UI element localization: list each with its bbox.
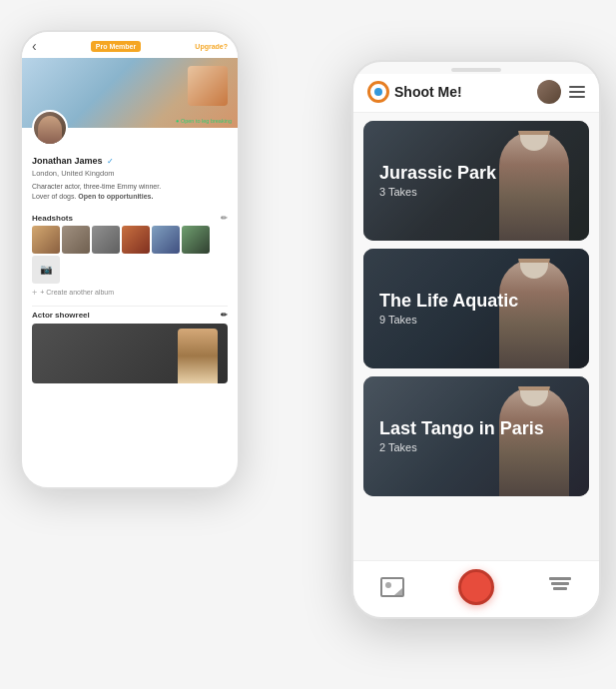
avatar[interactable] bbox=[32, 110, 68, 146]
pro-member-badge: Pro Member bbox=[91, 41, 141, 52]
layers-nav-item[interactable] bbox=[548, 577, 572, 597]
profile-name: Jonathan James bbox=[32, 156, 103, 166]
movie-title: The Life Aquatic bbox=[379, 292, 573, 312]
headshot-thumb[interactable] bbox=[92, 226, 120, 254]
left-phone: ‹ Pro Member Upgrade? ● Open to leg brea… bbox=[20, 30, 240, 489]
headshot-thumb[interactable] bbox=[62, 226, 90, 254]
showreel-thumbnail[interactable] bbox=[32, 324, 228, 383]
right-phone: Shoot Me! bbox=[351, 60, 601, 619]
headshot-thumb[interactable] bbox=[122, 226, 150, 254]
create-album-button[interactable]: + + Create another album bbox=[22, 284, 238, 302]
logo-dot bbox=[374, 88, 382, 96]
record-icon bbox=[458, 569, 494, 605]
headshot-thumb[interactable] bbox=[182, 226, 210, 254]
gallery-icon bbox=[380, 577, 404, 597]
layers-icon bbox=[548, 577, 572, 597]
movie-title: Jurassic Park bbox=[379, 164, 573, 184]
right-header: Shoot Me! bbox=[353, 74, 599, 113]
headshots-grid: 📷 bbox=[22, 226, 238, 284]
showreel-section: Actor showreel ✏ bbox=[22, 311, 238, 383]
headshots-header: Headshots ✏ bbox=[22, 208, 238, 226]
hamburger-menu-icon[interactable] bbox=[569, 86, 585, 98]
edit-icon[interactable]: ✏ bbox=[221, 214, 228, 223]
record-nav-item[interactable] bbox=[458, 569, 494, 605]
verified-icon: ✓ bbox=[107, 157, 114, 166]
profile-location: London, United Kingdom bbox=[32, 169, 228, 178]
layer-bar-3 bbox=[553, 587, 567, 590]
card-content: The Life Aquatic 9 Takes bbox=[363, 249, 589, 368]
headshots-title: Headshots bbox=[32, 214, 73, 223]
movie-card-last-tango[interactable]: Last Tango in Paris 2 Takes bbox=[363, 376, 589, 496]
movie-title: Last Tango in Paris bbox=[379, 419, 573, 439]
logo-circle-icon bbox=[367, 81, 389, 103]
phone-notch bbox=[353, 62, 599, 74]
avatar-figure bbox=[38, 116, 62, 144]
movie-takes: 9 Takes bbox=[379, 314, 573, 326]
cover-art bbox=[188, 66, 228, 106]
showreel-person bbox=[178, 329, 218, 383]
left-topbar: ‹ Pro Member Upgrade? bbox=[22, 32, 238, 58]
movie-card-jurassic-park[interactable]: Jurassic Park 3 Takes bbox=[363, 121, 589, 241]
card-content: Jurassic Park 3 Takes bbox=[363, 121, 589, 241]
upgrade-link[interactable]: Upgrade? bbox=[195, 43, 228, 50]
profile-bio: Character actor, three-time Emmy winner.… bbox=[32, 182, 228, 202]
add-photo-button[interactable]: 📷 bbox=[32, 256, 60, 284]
headshot-thumb[interactable] bbox=[32, 226, 60, 254]
movies-list: Jurassic Park 3 Takes bbox=[353, 113, 599, 560]
app-name: Shoot Me! bbox=[394, 84, 462, 100]
showreel-title-label: Actor showreel bbox=[32, 311, 90, 320]
showreel-header: Actor showreel ✏ bbox=[32, 311, 228, 320]
headshot-thumb[interactable] bbox=[152, 226, 180, 254]
showreel-edit-icon[interactable]: ✏ bbox=[221, 311, 228, 320]
divider bbox=[32, 306, 228, 307]
bottom-navigation bbox=[353, 560, 599, 617]
layer-bar-2 bbox=[551, 582, 569, 585]
card-content: Last Tango in Paris 2 Takes bbox=[363, 376, 589, 496]
open-to-work-badge: ● Open to leg breaking bbox=[176, 118, 232, 124]
movie-takes: 2 Takes bbox=[379, 441, 573, 453]
app-scene: ‹ Pro Member Upgrade? ● Open to leg brea… bbox=[0, 0, 616, 689]
header-icons bbox=[537, 80, 585, 104]
user-avatar[interactable] bbox=[537, 80, 561, 104]
notch-bar bbox=[451, 68, 501, 72]
movie-takes: 3 Takes bbox=[379, 186, 573, 198]
back-arrow-icon[interactable]: ‹ bbox=[32, 38, 37, 54]
cover-image: ● Open to leg breaking bbox=[22, 58, 238, 128]
layer-bar-1 bbox=[549, 577, 571, 580]
gallery-nav-item[interactable] bbox=[380, 577, 404, 597]
app-logo: Shoot Me! bbox=[367, 81, 462, 103]
movie-card-life-aquatic[interactable]: The Life Aquatic 9 Takes bbox=[363, 249, 589, 368]
